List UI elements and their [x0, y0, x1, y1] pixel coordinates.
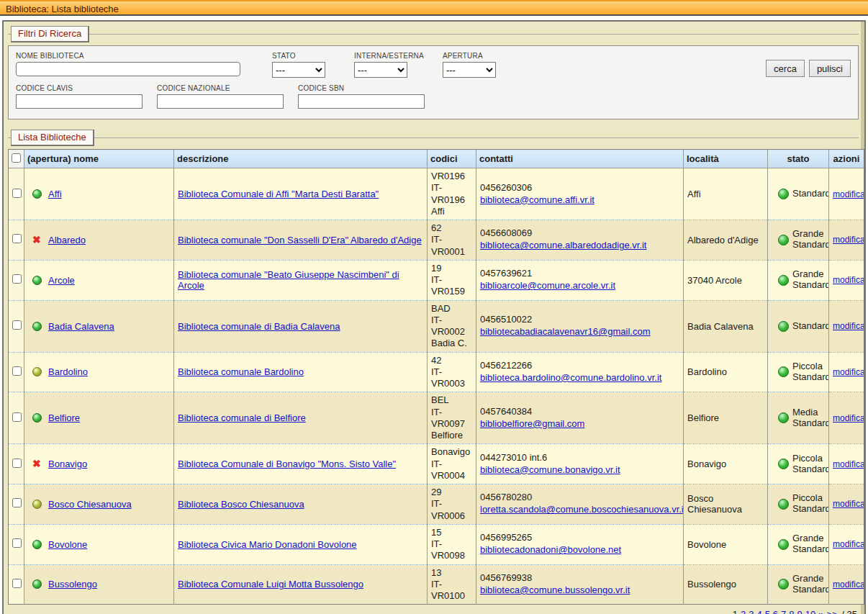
pagination-next-link[interactable]: » — [818, 609, 823, 614]
modifica-link[interactable]: modifica — [833, 499, 864, 509]
filters-tab-label: Filtri Di Ricerca — [18, 28, 81, 39]
pagination-page-link[interactable]: 5 — [765, 609, 770, 614]
phone-number: 0456260306 — [480, 182, 679, 194]
modifica-link[interactable]: modifica — [833, 579, 864, 590]
filters-tab: Filtri Di Ricerca — [11, 26, 89, 42]
library-name-link[interactable]: Bosco Chiesanuova — [48, 499, 132, 510]
row-checkbox[interactable] — [12, 412, 22, 422]
library-description-link[interactable]: Biblioteca comunale Bardolino — [178, 366, 304, 377]
library-actions-cell: modifica — [829, 352, 864, 392]
row-checkbox[interactable] — [12, 234, 22, 243]
library-name-link[interactable]: Bovolone — [48, 539, 87, 550]
select-all-checkbox[interactable] — [12, 153, 21, 163]
row-select-cell — [9, 444, 24, 484]
modifica-link[interactable]: modifica — [833, 235, 864, 245]
pagination-last-link[interactable]: >> — [827, 609, 838, 614]
cerca-button[interactable]: cerca — [766, 60, 805, 77]
email-link[interactable]: bibliobelfiore@gmail.com — [480, 418, 584, 429]
library-name-link[interactable]: Albaredo — [48, 235, 86, 245]
col-header-codici: codici — [428, 150, 476, 168]
library-actions-cell: modifica — [829, 392, 864, 444]
row-checkbox[interactable] — [12, 538, 22, 548]
stato-select[interactable]: --- — [272, 62, 325, 78]
library-name-link[interactable]: Bussolengo — [48, 579, 97, 590]
modifica-link[interactable]: modifica — [833, 413, 864, 423]
library-description-cell: Biblioteca Comunale di Bonavigo "Mons. S… — [174, 444, 428, 484]
col-header-stato: stato — [768, 150, 829, 168]
library-name-link[interactable]: Belfiore — [48, 412, 80, 423]
row-checkbox[interactable] — [12, 579, 22, 588]
pagination-page-link[interactable]: 8 — [789, 609, 794, 614]
library-status-cell: Standard — [768, 300, 829, 352]
pagination-page-link[interactable]: 10 — [805, 609, 815, 614]
row-checkbox[interactable] — [12, 498, 22, 507]
library-name-link[interactable]: Arcole — [48, 275, 75, 286]
library-name-link[interactable]: Badia Calavena — [48, 321, 114, 332]
status-green-icon — [778, 235, 789, 245]
library-description-link[interactable]: Biblioteca Bosco Chiesanuova — [178, 499, 304, 510]
apertura-select[interactable]: --- — [443, 62, 496, 78]
modifica-link[interactable]: modifica — [833, 321, 864, 331]
library-description-link[interactable]: Biblioteca Comunale di Bonavigo "Mons. S… — [178, 459, 396, 469]
library-status-cell: Grande Standard — [768, 564, 829, 605]
library-name-link[interactable]: Bonavigo — [48, 459, 87, 469]
pagination-page-link[interactable]: 3 — [749, 609, 754, 614]
pagination-page-link[interactable]: 4 — [756, 609, 761, 614]
library-contacts-cell: 0457640384bibliobelfiore@gmail.com — [476, 392, 684, 444]
row-checkbox[interactable] — [12, 366, 22, 376]
codice-sbn-input[interactable] — [298, 94, 425, 109]
codice-clavis-input[interactable] — [16, 94, 143, 109]
modifica-link[interactable]: modifica — [833, 539, 864, 549]
pagination-page-link[interactable]: 2 — [741, 609, 746, 614]
library-description-link[interactable]: Biblioteca comunale di Belfiore — [178, 412, 306, 423]
modifica-link[interactable]: modifica — [833, 275, 864, 285]
email-link[interactable]: biblioteca@comune.albaredodadige.vr.it — [480, 240, 646, 250]
email-link[interactable]: biblioarcole@comune.arcole.vr.it — [480, 280, 615, 291]
modifica-link[interactable]: modifica — [833, 189, 864, 199]
status-green-icon — [778, 189, 789, 199]
pagination-page-link[interactable]: 9 — [797, 609, 803, 614]
apertura-open-icon — [32, 413, 42, 423]
modifica-link[interactable]: modifica — [833, 459, 864, 469]
row-checkbox[interactable] — [12, 274, 22, 284]
nome-biblioteca-input[interactable] — [16, 62, 240, 76]
modifica-link[interactable]: modifica — [833, 367, 864, 377]
library-description-link[interactable]: Biblioteca Comunale di Affi "Marta Desti… — [178, 189, 379, 199]
library-codes-cell: 29 IT-VR0006 — [428, 484, 476, 525]
library-description-link[interactable]: Biblioteca comunale "Beato Giuseppe Nasc… — [178, 269, 399, 291]
library-description-link[interactable]: Biblioteca comunale di Badia Calavena — [178, 321, 340, 332]
pagination-page-link[interactable]: 6 — [773, 609, 778, 614]
table-header-row: (apertura) nome descrizione codici conta… — [9, 150, 864, 168]
library-description-link[interactable]: Biblioteca comunale "Don Sasselli D'Era"… — [178, 235, 422, 245]
codice-clavis-label: CODICE CLAVIS — [16, 84, 157, 92]
library-description-link[interactable]: Biblioteca Civica Mario Donadoni Bovolon… — [178, 539, 357, 550]
row-checkbox[interactable] — [12, 320, 22, 330]
email-link[interactable]: biblioteca@comune.bonavigo.vr.it — [480, 464, 620, 475]
library-status-cell: Piccola Standard — [768, 352, 829, 392]
library-description-link[interactable]: Biblioteca Comunale Luigi Motta Bussolen… — [178, 579, 363, 590]
row-select-cell — [9, 564, 24, 605]
library-locality-cell: 37040 Arcole — [684, 260, 768, 300]
email-link[interactable]: bibliotecadonadoni@bovolone.net — [480, 544, 621, 555]
email-link[interactable]: biblioteca.bardolino@comune.bardolino.vr… — [480, 372, 661, 383]
apertura-partial-icon — [32, 367, 42, 376]
email-link[interactable]: loretta.scandola@comune.boscochiesanuova… — [480, 504, 684, 515]
pulisci-button[interactable]: pulisci — [809, 60, 851, 77]
email-link[interactable]: biblioteca@comune.affi.vr.it — [480, 194, 595, 205]
status-green-icon — [778, 459, 789, 469]
email-link[interactable]: biblioteca@comune.bussolengo.vr.it — [480, 584, 630, 595]
library-name-link[interactable]: Bardolino — [48, 366, 88, 377]
pagination-page-link[interactable]: 7 — [781, 609, 786, 614]
library-list-section: Lista Biblioteche (apertura) nome descri… — [8, 130, 859, 614]
library-name-link[interactable]: Affi — [48, 189, 62, 199]
row-checkbox[interactable] — [12, 189, 22, 198]
email-link[interactable]: bibliotecabadiacalavenavr16@gmail.com — [480, 326, 651, 337]
library-actions-cell: modifica — [829, 564, 864, 605]
row-checkbox[interactable] — [12, 459, 22, 468]
codice-nazionale-input[interactable] — [157, 94, 284, 109]
library-name-cell: Bovolone — [24, 524, 174, 564]
library-locality-cell: Bussolengo — [684, 564, 768, 605]
library-contacts-cell: 044273010 int.6biblioteca@comune.bonavig… — [476, 444, 684, 484]
status-label: Grande Standard — [792, 533, 829, 555]
interna-esterna-select[interactable]: --- — [354, 62, 407, 78]
